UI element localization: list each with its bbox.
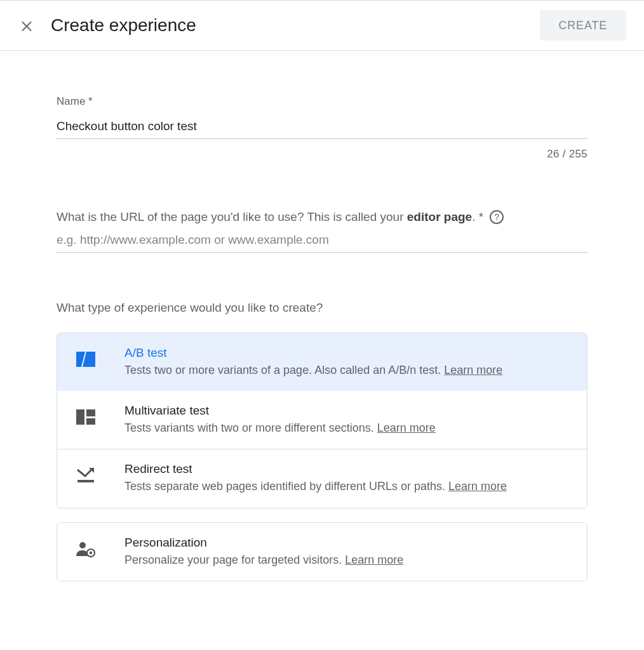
option-desc: Tests two or more variants of a page. Al… xyxy=(124,362,572,378)
option-desc: Tests variants with two or more differen… xyxy=(124,420,572,436)
name-input[interactable] xyxy=(57,116,587,139)
url-field-group: What is the URL of the page you'd like t… xyxy=(57,210,587,253)
url-prompt-strong: editor page xyxy=(407,210,472,223)
svg-rect-2 xyxy=(86,418,95,425)
page-title: Create experience xyxy=(51,15,525,36)
svg-rect-1 xyxy=(86,409,95,416)
learn-more-link[interactable]: Learn more xyxy=(444,364,502,376)
learn-more-link[interactable]: Learn more xyxy=(345,554,403,566)
learn-more-link[interactable]: Learn more xyxy=(448,480,507,493)
top-bar: Create experience CREATE xyxy=(0,0,644,51)
option-redirect-test[interactable]: Redirect test Tests separate web pages i… xyxy=(57,449,587,507)
type-section: What type of experience would you like t… xyxy=(57,301,587,581)
multivariate-icon xyxy=(75,406,97,428)
url-input[interactable] xyxy=(57,229,587,253)
url-prompt-post: . * xyxy=(472,210,483,223)
url-label: What is the URL of the page you'd like t… xyxy=(57,210,587,224)
create-button[interactable]: CREATE xyxy=(540,10,626,41)
option-title: Personalization xyxy=(124,536,572,550)
option-ab-test[interactable]: A/B test Tests two or more variants of a… xyxy=(57,333,587,392)
svg-rect-0 xyxy=(76,409,84,425)
svg-rect-4 xyxy=(77,480,94,482)
name-char-counter: 26 / 255 xyxy=(57,148,587,161)
content: Name * 26 / 255 What is the URL of the p… xyxy=(57,51,587,581)
help-icon[interactable]: ? xyxy=(490,210,504,224)
option-title: A/B test xyxy=(124,346,572,360)
type-options-group-2: Personalization Personalize your page fo… xyxy=(57,522,587,581)
ab-test-icon xyxy=(75,348,97,370)
close-icon[interactable] xyxy=(18,17,36,34)
type-options-group: A/B test Tests two or more variants of a… xyxy=(57,333,587,508)
personalization-icon xyxy=(75,538,97,560)
option-personalization[interactable]: Personalization Personalize your page fo… xyxy=(57,523,587,581)
name-field-group: Name * 26 / 255 xyxy=(57,95,587,161)
redirect-icon xyxy=(75,465,97,486)
option-desc: Tests separate web pages identified by d… xyxy=(124,479,572,494)
svg-point-5 xyxy=(79,542,86,548)
option-desc: Personalize your page for targeted visit… xyxy=(124,552,572,568)
option-title: Multivariate test xyxy=(124,404,572,418)
name-label: Name * xyxy=(57,95,587,108)
learn-more-link[interactable]: Learn more xyxy=(377,421,436,434)
svg-point-7 xyxy=(90,551,92,554)
option-title: Redirect test xyxy=(124,462,572,476)
option-multivariate-test[interactable]: Multivariate test Tests variants with tw… xyxy=(57,391,587,449)
url-prompt-pre: What is the URL of the page you'd like t… xyxy=(57,210,407,223)
type-question: What type of experience would you like t… xyxy=(57,301,587,315)
